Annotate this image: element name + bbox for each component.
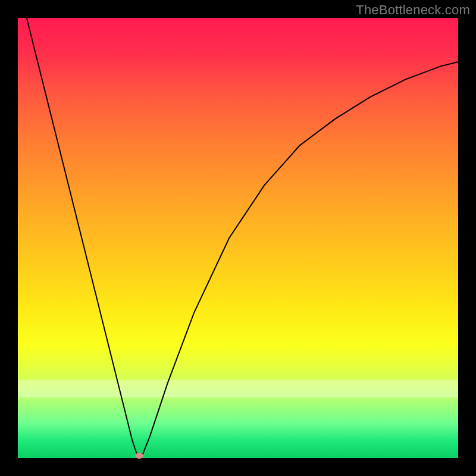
attribution-text: TheBottleneck.com [356,2,470,18]
curve-svg [18,18,458,458]
chart-container: TheBottleneck.com [0,0,476,476]
minimum-marker [135,453,143,459]
curve-line [27,18,458,458]
